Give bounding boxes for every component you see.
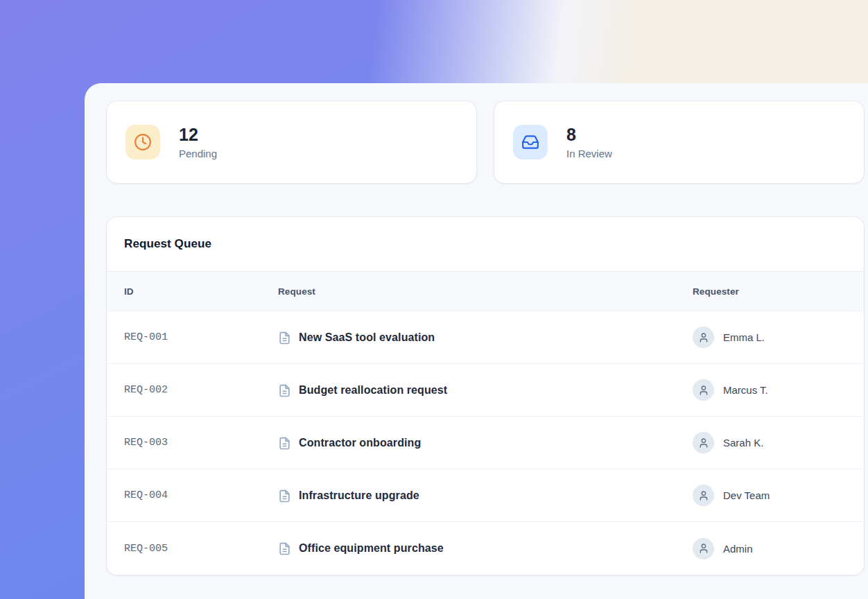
request-queue-card: Request Queue ID Request Requester REQ-0… [106,216,865,575]
requester-name: Emma L. [723,331,765,343]
request-cell: New SaaS tool evaluation [278,331,693,345]
file-text-icon [278,542,291,555]
requester-name: Dev Team [723,489,770,501]
requester-cell: Sarah K. [693,432,864,453]
column-header-id: ID [124,286,278,297]
column-header-request: Request [278,286,693,297]
user-avatar-icon [693,538,714,559]
requester-name: Admin [723,543,753,555]
stat-card-pending[interactable]: 12 Pending [106,101,477,184]
request-cell: Office equipment purchase [278,541,693,555]
stat-card-in-review[interactable]: 8 In Review [494,101,865,184]
request-id: REQ-001 [124,331,278,343]
requester-cell: Marcus T. [693,379,864,401]
column-header-requester: Requester [693,286,864,297]
table-row[interactable]: REQ-005 Office equipment purchase Admin [107,522,864,575]
request-cell: Budget reallocation request [278,383,693,397]
table-title-bar: Request Queue [107,217,864,272]
table-title: Request Queue [124,237,211,251]
request-id: REQ-005 [124,543,278,555]
table-row[interactable]: REQ-002 Budget reallocation request Marc… [107,364,864,417]
request-title: New SaaS tool evaluation [299,331,435,344]
stat-label-pending: Pending [179,148,217,159]
request-title: Contractor onboarding [299,437,421,449]
request-id: REQ-003 [124,437,278,449]
request-title: Office equipment purchase [299,542,444,555]
request-cell: Contractor onboarding [278,436,693,450]
stats-row: 12 Pending 8 In Review [106,101,865,184]
file-text-icon [278,384,291,397]
stat-label-in-review: In Review [566,148,612,159]
user-avatar-icon [693,432,714,453]
requester-name: Sarah K. [723,437,763,449]
table-header-row: ID Request Requester [107,272,864,311]
file-text-icon [278,331,291,345]
user-avatar-icon [693,485,714,506]
requester-cell: Admin [693,538,864,559]
request-id: REQ-004 [124,489,278,501]
requester-name: Marcus T. [723,384,768,396]
main-panel: 12 Pending 8 In Review Request Queue ID [85,83,868,599]
table-row[interactable]: REQ-003 Contractor onboarding Sarah K. [107,417,864,469]
stat-text: 8 In Review [566,125,612,159]
request-title: Infrastructure upgrade [299,489,419,502]
request-cell: Infrastructure upgrade [278,489,693,503]
table-row[interactable]: REQ-001 New SaaS tool evaluation Emma L. [107,311,864,364]
request-id: REQ-002 [124,384,278,396]
user-avatar-icon [693,327,714,348]
request-title: Budget reallocation request [299,384,447,397]
requester-cell: Dev Team [693,485,864,506]
inbox-icon [513,125,548,159]
user-avatar-icon [693,379,714,401]
file-text-icon [278,437,291,450]
clock-icon [125,125,160,159]
file-text-icon [278,489,291,503]
table-row[interactable]: REQ-004 Infrastructure upgrade Dev Team [107,469,864,522]
requester-cell: Emma L. [693,327,864,348]
stat-value-pending: 12 [179,125,217,145]
stat-value-in-review: 8 [566,125,612,145]
stat-text: 12 Pending [179,125,217,159]
